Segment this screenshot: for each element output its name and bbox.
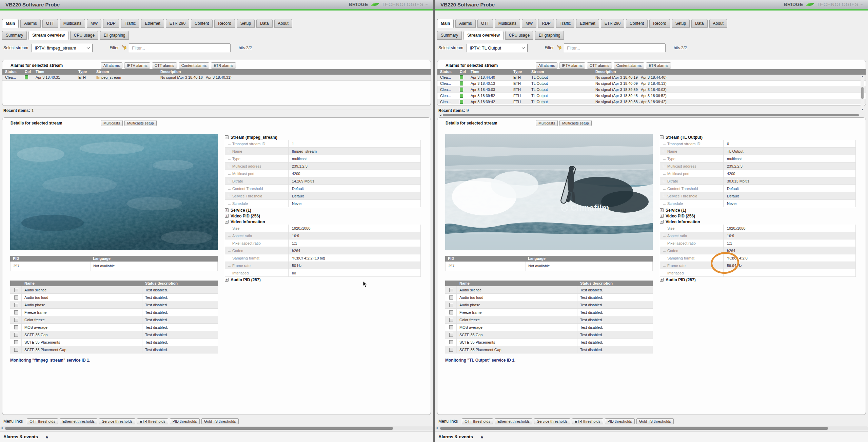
main-tab[interactable]: Content: [626, 19, 648, 28]
threshold-link-button[interactable]: Gold TS thresholds: [636, 418, 674, 424]
main-tab[interactable]: Traffic: [121, 19, 140, 28]
collapse-chevron-icon[interactable]: ∧: [480, 435, 484, 439]
main-tab[interactable]: RDP: [103, 19, 119, 28]
threshold-link-button[interactable]: Service thresholds: [99, 418, 135, 424]
alarm-filter-button[interactable]: ETR alarms: [646, 62, 671, 69]
main-tab[interactable]: Data: [256, 19, 272, 28]
alarm-row[interactable]: Clea... Apr 3 18:39:52 ETH TL Output No …: [437, 93, 866, 99]
expand-toggle[interactable]: +: [660, 214, 664, 218]
expand-toggle[interactable]: +: [225, 278, 229, 282]
alarm-filter-button[interactable]: Content alarms: [179, 62, 210, 69]
alarm-filter-button[interactable]: Content alarms: [614, 62, 645, 69]
check-checkbox[interactable]: [449, 288, 453, 292]
pane-hscrollbar[interactable]: ◄: [435, 426, 868, 430]
alarm-row[interactable]: Clea... Apr 3 18:40:03 ETH TL Output No …: [437, 87, 866, 93]
main-tab[interactable]: Record: [649, 19, 670, 28]
vscroll-thumb[interactable]: [861, 87, 864, 99]
alarm-row[interactable]: Clea... Apr 3 18:44:40 ETH TL Output No …: [437, 75, 866, 81]
check-checkbox[interactable]: [449, 310, 453, 314]
expand-toggle[interactable]: +: [660, 208, 664, 212]
expand-toggle[interactable]: −: [225, 135, 229, 139]
main-tab[interactable]: OTT: [477, 19, 493, 28]
check-checkbox[interactable]: [14, 333, 18, 337]
alarm-filter-button[interactable]: All alarms: [536, 62, 557, 69]
details-button[interactable]: Multicasts: [101, 120, 123, 126]
sub-tab[interactable]: Stream overview: [28, 31, 68, 40]
check-checkbox[interactable]: [14, 318, 18, 322]
check-checkbox[interactable]: [449, 333, 453, 337]
threshold-link-button[interactable]: Ethernet thresholds: [60, 418, 97, 424]
sub-tab[interactable]: CPU usage: [505, 31, 533, 40]
check-checkbox[interactable]: [449, 348, 453, 352]
pane-hscroll-thumb[interactable]: [440, 427, 828, 430]
threshold-link-button[interactable]: ETR thresholds: [137, 418, 168, 424]
main-tab[interactable]: RDP: [538, 19, 554, 28]
threshold-link-button[interactable]: PID thresholds: [605, 418, 635, 424]
details-button[interactable]: Multicasts: [536, 120, 558, 126]
main-tab[interactable]: Setup: [237, 19, 255, 28]
check-checkbox[interactable]: [449, 340, 453, 344]
main-tab[interactable]: Alarms: [455, 19, 475, 28]
alarm-filter-button[interactable]: OTT alarms: [152, 62, 177, 69]
main-tab[interactable]: Alarms: [20, 19, 40, 28]
details-button[interactable]: Multicasts setup: [124, 120, 157, 126]
check-checkbox[interactable]: [14, 303, 18, 307]
main-tab[interactable]: Multicasts: [60, 19, 85, 28]
threshold-link-button[interactable]: ETR thresholds: [572, 418, 603, 424]
main-tab[interactable]: About: [274, 19, 292, 28]
main-tab[interactable]: Record: [214, 19, 235, 28]
expand-toggle[interactable]: −: [660, 135, 664, 139]
check-checkbox[interactable]: [14, 288, 18, 292]
main-tab[interactable]: About: [709, 19, 727, 28]
threshold-link-button[interactable]: OTT thresholds: [462, 418, 493, 424]
alarms-events-bar[interactable]: Alarms & events ∧: [0, 431, 433, 442]
alarm-row[interactable]: Clea... Apr 3 18:40:31 ETH ffmpeg_stream…: [2, 75, 431, 81]
alarms-hscrollbar[interactable]: ◄: [439, 114, 860, 117]
threshold-link-button[interactable]: Service thresholds: [534, 418, 570, 424]
pane-hscrollbar[interactable]: ◄: [0, 426, 433, 430]
check-checkbox[interactable]: [449, 318, 453, 322]
collapse-chevron-icon[interactable]: ∧: [45, 435, 48, 439]
main-tab[interactable]: Main: [437, 19, 454, 28]
check-checkbox[interactable]: [14, 310, 18, 314]
scroll-left-arrow-icon[interactable]: ◄: [0, 426, 3, 429]
stream-select[interactable]: IPTV: ffmpeg_stream: [32, 44, 93, 52]
check-checkbox[interactable]: [14, 325, 18, 329]
sub-tab[interactable]: Stream overview: [463, 31, 503, 40]
check-checkbox[interactable]: [449, 325, 453, 329]
sub-tab[interactable]: Eii graphing: [100, 31, 129, 40]
alarm-filter-button[interactable]: IPTV alarms: [559, 62, 585, 69]
main-tab[interactable]: Traffic: [556, 19, 575, 28]
threshold-link-button[interactable]: PID thresholds: [170, 418, 200, 424]
scroll-left-arrow-icon[interactable]: ◄: [439, 114, 442, 117]
main-tab[interactable]: Content: [191, 19, 213, 28]
filter-input[interactable]: [564, 43, 666, 52]
check-checkbox[interactable]: [14, 340, 18, 344]
main-tab[interactable]: Data: [691, 19, 707, 28]
filter-input[interactable]: [129, 43, 231, 52]
alarms-events-bar[interactable]: Alarms & events ∧: [435, 431, 868, 442]
scroll-down-arrow-icon[interactable]: ▼: [861, 108, 864, 111]
clear-filter-broom-icon[interactable]: [556, 45, 562, 51]
scroll-left-arrow-icon[interactable]: ◄: [435, 426, 438, 429]
alarms-vscrollbar[interactable]: ▲ ▼: [861, 75, 864, 111]
main-tab[interactable]: Setup: [672, 19, 690, 28]
alarm-row[interactable]: Clea... Apr 3 18:39:42 ETH TL Output No …: [437, 99, 866, 104]
alarm-filter-button[interactable]: ETR alarms: [211, 62, 236, 69]
main-tab[interactable]: ETR 290: [601, 19, 624, 28]
main-tab[interactable]: MW: [522, 19, 536, 28]
expand-toggle[interactable]: +: [225, 208, 229, 212]
main-tab[interactable]: Main: [2, 19, 19, 28]
threshold-link-button[interactable]: Gold TS thresholds: [201, 418, 239, 424]
check-checkbox[interactable]: [449, 303, 453, 307]
main-tab[interactable]: Ethernet: [576, 19, 599, 28]
expand-toggle[interactable]: −: [660, 220, 664, 224]
hscroll-thumb[interactable]: [443, 114, 859, 116]
check-checkbox[interactable]: [14, 348, 18, 352]
stream-select[interactable]: IPTV: TL Output: [467, 44, 528, 52]
main-tab[interactable]: Ethernet: [141, 19, 164, 28]
threshold-link-button[interactable]: OTT thresholds: [27, 418, 58, 424]
main-tab[interactable]: MW: [87, 19, 101, 28]
alarm-filter-button[interactable]: IPTV alarms: [124, 62, 150, 69]
sub-tab[interactable]: Summary: [437, 31, 462, 40]
